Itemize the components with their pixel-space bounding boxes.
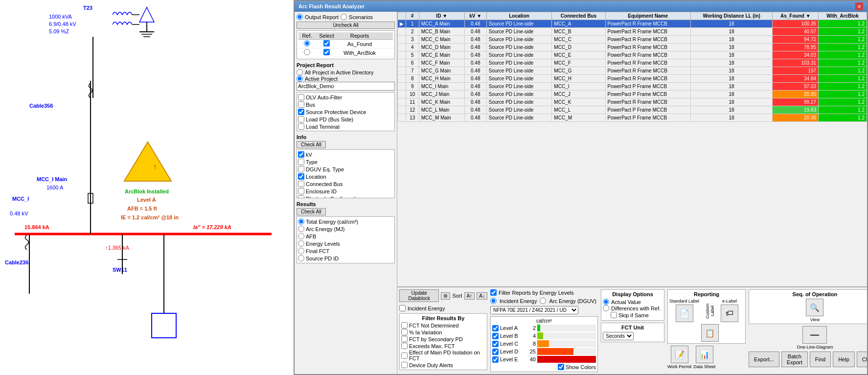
table-row[interactable]: 11 MCC_K Main 0.48 Source PD Line-side M… <box>398 98 867 106</box>
e-label-button[interactable]: 🏷 <box>721 305 738 322</box>
info-kv[interactable] <box>298 151 304 158</box>
filter-exceeds-max[interactable] <box>401 343 408 349</box>
sort-icon-btn[interactable]: ⚙ <box>441 292 450 300</box>
export-button[interactable]: Export... <box>749 352 779 367</box>
info-dguv[interactable] <box>298 166 304 172</box>
result-arc-energy[interactable] <box>298 226 304 232</box>
sort-az-button[interactable]: A↑ <box>464 292 475 300</box>
arc-energy-dguv-radio[interactable] <box>540 298 546 304</box>
table-row[interactable]: 6 MCC_F Main 0.48 Source PD Line-side MC… <box>398 59 867 67</box>
table-row[interactable]: 10 MCC_J Main 0.48 Source PD Line-side M… <box>398 91 867 98</box>
table-row[interactable]: 5 MCC_E Main 0.48 Source PD Line-side MC… <box>398 51 867 59</box>
result-energy-levels[interactable] <box>298 240 304 247</box>
skip-if-same-checkbox[interactable] <box>611 312 617 318</box>
work-permit-button[interactable]: 📝 <box>671 346 688 363</box>
fct-unit-select[interactable]: Seconds <box>603 332 634 340</box>
filter-source-pd[interactable] <box>298 109 304 115</box>
result-source-pd[interactable] <box>298 255 304 261</box>
results-check-all[interactable]: Check All <box>297 208 326 215</box>
filter-load-bus[interactable] <box>298 116 304 122</box>
col-id[interactable]: ID ▼ <box>419 12 464 20</box>
filter-ia-variation[interactable] <box>401 329 408 335</box>
show-colors-checkbox[interactable] <box>558 364 564 370</box>
level-e-bar <box>537 356 596 363</box>
data-sheet-button[interactable]: 📊 <box>696 346 713 363</box>
level-e-checkbox[interactable] <box>492 356 499 363</box>
close-button[interactable]: Close <box>857 352 867 367</box>
select-checkbox-with-arcblok[interactable] <box>323 49 330 55</box>
uncheck-all-button[interactable]: Uncheck All <box>297 22 395 29</box>
table-row[interactable]: 2 MCC_B Main 0.48 Source PD Line-side MC… <box>398 28 867 36</box>
level-e-bar-container <box>537 356 596 363</box>
table-row[interactable]: 3 MCC_C Main 0.48 Source PD Line-side MC… <box>398 36 867 44</box>
level-b-row: Level B 4 <box>492 332 596 339</box>
info-check-all[interactable]: Check All <box>297 141 326 148</box>
info-connected-bus[interactable] <box>298 181 304 187</box>
help-button[interactable]: Help <box>833 352 855 367</box>
level-a-checkbox[interactable] <box>492 325 499 331</box>
sort-za-button[interactable]: A↓ <box>477 292 487 300</box>
svg-text:IE = 1.2 cal/cm² @18 in: IE = 1.2 cal/cm² @18 in <box>121 214 179 220</box>
table-row[interactable]: 4 MCC_D Main 0.48 Source PD Line-side MC… <box>398 44 867 51</box>
filter-main-pd[interactable] <box>401 352 408 359</box>
info-enclosure-id[interactable] <box>298 188 304 194</box>
seq-view-button[interactable]: 🔍 <box>806 299 823 316</box>
result-final-fct[interactable] <box>298 248 304 254</box>
ref-radio-as-found[interactable] <box>304 40 310 47</box>
nfpa-standard-select[interactable]: NFPA 70E 2021 / Z462 2021 / UD <box>490 306 578 314</box>
level-b-checkbox[interactable] <box>492 333 499 339</box>
table-area[interactable]: # ID ▼ kV ▼ Location Connected Bus Equip… <box>397 12 867 287</box>
result-afb[interactable] <box>298 233 304 239</box>
col-with-arcblok[interactable]: With_ArcBlok <box>819 12 867 20</box>
col-num[interactable]: # <box>406 12 419 20</box>
col-wd[interactable]: Working Distance LL (in) <box>690 12 773 20</box>
one-line-diagram-button[interactable]: ━━━ <box>802 326 827 344</box>
standard-label-button[interactable]: 📄 <box>676 305 693 322</box>
dialog-close-button[interactable]: ✕ <box>855 2 863 10</box>
find-button[interactable]: Find <box>810 352 831 367</box>
col-as-found[interactable]: As_Found ▼ <box>773 12 819 20</box>
custom-label-button[interactable]: 📋 <box>701 324 719 342</box>
batch-export-button[interactable]: Batch Export <box>781 352 808 367</box>
filter-device-duty[interactable] <box>401 362 408 368</box>
table-row[interactable]: 9 MCC_I Main 0.48 Source PD Line-side MC… <box>398 83 867 91</box>
filter-olv[interactable] <box>298 94 304 100</box>
filter-bus[interactable] <box>298 101 304 108</box>
project-name-input[interactable] <box>297 82 395 91</box>
all-project-radio[interactable] <box>297 69 303 75</box>
filter-load-load[interactable] <box>298 131 304 131</box>
filter-fct-secondary[interactable] <box>401 336 408 342</box>
info-type[interactable] <box>298 159 304 165</box>
update-datablock-button[interactable]: Update Datablock <box>399 289 439 302</box>
info-electrode[interactable] <box>298 195 304 198</box>
col-location[interactable]: Location <box>486 12 552 20</box>
col-kv[interactable]: kV ▼ <box>464 12 486 20</box>
filter-fct-not-determined[interactable] <box>401 322 408 328</box>
differences-radio[interactable] <box>603 305 609 311</box>
table-row[interactable]: 8 MCC_H Main 0.48 Source PD Line-side MC… <box>398 75 867 83</box>
info-location[interactable] <box>298 173 304 180</box>
table-row[interactable]: 7 MCC_G Main 0.48 Source PD Line-side MC… <box>398 67 867 75</box>
incident-energy-radio[interactable] <box>490 298 497 304</box>
filter-energy-checkbox[interactable] <box>490 289 497 296</box>
col-equipment[interactable]: Equipment Name <box>605 12 690 20</box>
output-report-radio[interactable] <box>297 14 303 20</box>
col-connected-bus[interactable]: Connected Bus <box>552 12 605 20</box>
row-connected-bus: MCC_G <box>552 67 605 75</box>
level-c-label: Level C <box>500 341 525 347</box>
table-row[interactable]: 13 MCC_M Main 0.48 Source PD Line-side M… <box>398 114 867 122</box>
scenarios-radio[interactable] <box>341 14 347 20</box>
filter-load-terminal[interactable] <box>298 123 304 130</box>
level-d-checkbox[interactable] <box>492 349 499 355</box>
active-project-radio[interactable] <box>297 75 303 82</box>
table-row[interactable]: 12 MCC_L Main 0.48 Source PD Line-side M… <box>398 106 867 114</box>
table-row[interactable]: ▶ 1 MCC_A Main 0.48 Source PD Line-side … <box>398 20 867 28</box>
actual-value-radio[interactable] <box>603 299 609 305</box>
select-checkbox-as-found[interactable] <box>323 40 330 47</box>
result-total-energy[interactable] <box>298 218 304 225</box>
row-equipment: PowerPact R Frame MCCB <box>605 75 690 83</box>
incident-energy-checkbox[interactable] <box>399 305 406 311</box>
ref-radio-with-arcblok[interactable] <box>304 49 310 55</box>
arc-flash-dialog: Arc Flash Result Analyzer ✕ Output Repor… <box>294 0 868 375</box>
level-c-checkbox[interactable] <box>492 341 499 347</box>
